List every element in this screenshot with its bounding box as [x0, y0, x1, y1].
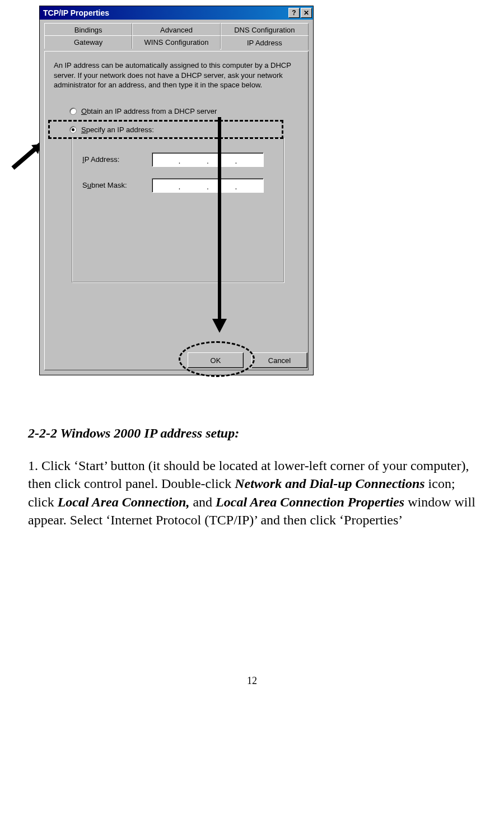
- tab-gateway[interactable]: Gateway: [44, 35, 132, 49]
- cancel-button[interactable]: Cancel: [251, 352, 307, 368]
- page-number: 12: [28, 675, 476, 687]
- tcpip-properties-dialog: TCP/IP Properties ? ✕ Bindings Advanced …: [39, 6, 314, 375]
- radio-icon: [69, 108, 77, 115]
- section-heading: 2-2-2 Windows 2000 IP address setup:: [28, 426, 476, 441]
- radio-obtain-dhcp[interactable]: Obtain an IP address from a DHCP server: [54, 106, 299, 117]
- ip-address-panel: An IP address can be automatically assig…: [44, 51, 309, 370]
- subnet-mask-label: Subnet Mask:: [82, 181, 144, 189]
- dialog-button-bar: OK Cancel: [188, 352, 307, 368]
- subnet-mask-input[interactable]: ...: [152, 178, 264, 193]
- svg-line-0: [13, 144, 41, 168]
- tab-bindings[interactable]: Bindings: [44, 23, 132, 36]
- dialog-container: TCP/IP Properties ? ✕ Bindings Advanced …: [39, 6, 476, 375]
- tab-dns-configuration[interactable]: DNS Configuration: [221, 23, 309, 36]
- tab-wins-configuration[interactable]: WINS Configuration: [132, 35, 220, 49]
- tab-advanced[interactable]: Advanced: [132, 23, 220, 36]
- radio-specify-label: Specify an IP address:: [81, 125, 154, 134]
- specify-ip-groupbox: IP Address: ... Subnet Mask: ...: [72, 137, 284, 283]
- close-button[interactable]: ✕: [301, 8, 312, 18]
- tab-strip: Bindings Advanced DNS Configuration Gate…: [44, 23, 309, 51]
- titlebar: TCP/IP Properties ? ✕: [40, 6, 313, 20]
- radio-icon-checked: [69, 126, 77, 133]
- radio-obtain-label: Obtain an IP address from a DHCP server: [81, 107, 217, 115]
- help-button[interactable]: ?: [288, 8, 300, 18]
- tab-ip-address[interactable]: IP Address: [221, 35, 309, 50]
- ip-address-label: IP Address:: [82, 155, 144, 164]
- radio-specify-ip[interactable]: Specify an IP address:: [54, 124, 299, 135]
- panel-help-text: An IP address can be automatically assig…: [54, 61, 299, 90]
- ip-address-input[interactable]: ...: [152, 152, 264, 167]
- instruction-paragraph: 1. Click ‘Start’ button (it should be lo…: [28, 457, 476, 529]
- dialog-title: TCP/IP Properties: [43, 8, 109, 17]
- ok-button[interactable]: OK: [188, 352, 244, 368]
